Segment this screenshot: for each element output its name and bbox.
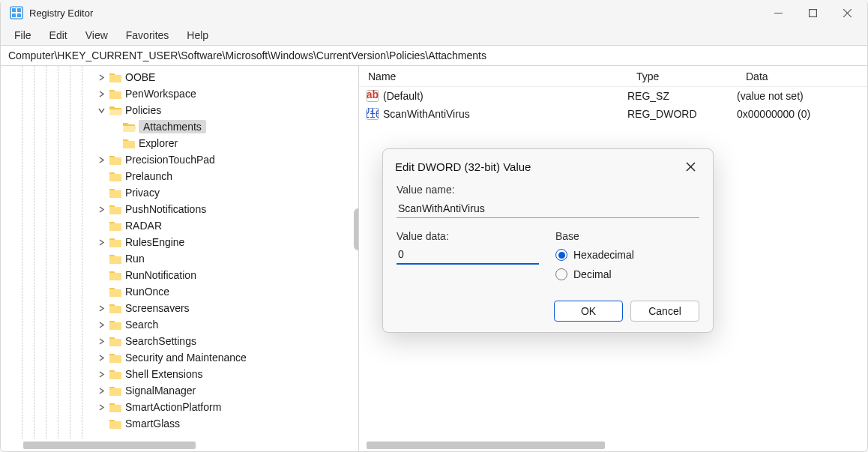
expander-icon[interactable] (95, 335, 107, 347)
folder-icon (109, 169, 122, 183)
value-name-input[interactable] (397, 199, 699, 218)
tree-item-prelaunch[interactable]: Prelaunch (1, 168, 358, 184)
tree-item-run[interactable]: Run (1, 250, 358, 267)
value-data-input[interactable] (397, 245, 539, 265)
list-hscroll[interactable] (367, 442, 843, 449)
tree-item-oobe[interactable]: OOBE (1, 69, 358, 85)
value-row[interactable]: ab(Default)REG_SZ(value not set) (359, 87, 867, 105)
string-value-icon: ab (367, 90, 379, 102)
tree-item-search[interactable]: Search (1, 316, 358, 333)
menu-edit[interactable]: Edit (40, 27, 76, 43)
tree-item-label: PushNotifications (125, 203, 212, 215)
value-type: REG_SZ (627, 90, 737, 102)
folder-open-icon (122, 120, 136, 133)
expander-icon[interactable] (95, 203, 107, 215)
address-bar[interactable]: Computer\HKEY_CURRENT_USER\Software\Micr… (1, 45, 867, 66)
value-type: REG_DWORD (627, 108, 737, 120)
tree-item-signalmanager[interactable]: SignalManager (1, 382, 358, 399)
folder-icon (109, 219, 122, 232)
folder-icon (109, 268, 122, 282)
minimize-button[interactable] (761, 0, 795, 25)
expander-icon[interactable] (95, 368, 107, 380)
expander-none (95, 269, 107, 281)
tree-item-policies[interactable]: Policies (1, 102, 358, 118)
folder-icon (109, 153, 122, 166)
folder-icon (109, 400, 122, 414)
tree-item-pushnotifications[interactable]: PushNotifications (1, 201, 358, 217)
tree-item-screensavers[interactable]: Screensavers (1, 300, 358, 316)
cancel-button[interactable]: Cancel (630, 301, 699, 322)
folder-icon (109, 70, 122, 84)
col-name[interactable]: Name (359, 70, 627, 82)
expander-none (95, 170, 107, 182)
expander-none (109, 121, 121, 133)
tree-item-security-and-maintenance[interactable]: Security and Maintenance (1, 349, 358, 366)
folder-icon (109, 351, 122, 364)
binary-value-icon: 011110 (367, 108, 379, 120)
tree-item-smartglass[interactable]: SmartGlass (1, 415, 358, 432)
menu-favorites[interactable]: Favorites (117, 27, 178, 43)
folder-icon (109, 334, 122, 348)
key-tree[interactable]: OOBEPenWorkspacePoliciesAttachmentsExplo… (1, 66, 359, 452)
window-title: Registry Editor (29, 7, 761, 19)
tree-item-runnotification[interactable]: RunNotification (1, 267, 358, 283)
expander-icon[interactable] (95, 104, 107, 116)
expander-icon[interactable] (95, 236, 107, 248)
menu-file[interactable]: File (5, 27, 40, 43)
tree-item-label: SearchSettings (125, 335, 202, 347)
expander-icon[interactable] (95, 302, 107, 314)
svg-rect-2 (17, 8, 21, 12)
value-name: (Default) (383, 90, 627, 102)
expander-icon[interactable] (95, 401, 107, 413)
tree-item-smartactionplatform[interactable]: SmartActionPlatform (1, 399, 358, 415)
value-row[interactable]: 011110ScanWithAntiVirusREG_DWORD0x000000… (359, 105, 867, 123)
radio-decimal[interactable]: Decimal (555, 265, 699, 284)
maximize-button[interactable] (795, 0, 830, 25)
tree-item-explorer[interactable]: Explorer (1, 135, 358, 151)
tree-hscroll-thumb[interactable] (23, 442, 196, 449)
menu-help[interactable]: Help (178, 27, 217, 43)
folder-icon (109, 202, 122, 216)
svg-rect-6 (809, 9, 816, 16)
radio-dec-label: Decimal (573, 268, 612, 280)
radio-hexadecimal[interactable]: Hexadecimal (555, 245, 699, 265)
expander-icon[interactable] (95, 319, 107, 331)
tree-hscroll[interactable] (8, 442, 338, 449)
tree-item-runonce[interactable]: RunOnce (1, 283, 358, 300)
col-data[interactable]: Data (737, 70, 867, 82)
radio-hex-label: Hexadecimal (573, 249, 634, 261)
tree-item-label: Screensavers (125, 302, 196, 314)
expander-none (95, 286, 107, 298)
expander-icon[interactable] (95, 352, 107, 364)
base-label: Base (555, 230, 699, 242)
ok-button[interactable]: OK (554, 301, 623, 322)
tree-item-privacy[interactable]: Privacy (1, 184, 358, 201)
value-data: 0x00000000 (0) (737, 108, 867, 120)
tree-item-label: PrecisionTouchPad (125, 154, 221, 166)
expander-icon[interactable] (95, 385, 107, 397)
expander-icon[interactable] (95, 88, 107, 100)
tree-item-searchsettings[interactable]: SearchSettings (1, 333, 358, 349)
svg-rect-1 (12, 8, 16, 12)
value-data-label: Value data: (397, 230, 539, 242)
menu-view[interactable]: View (76, 27, 117, 43)
tree-item-label: SignalManager (125, 385, 202, 397)
tree-item-precisiontouchpad[interactable]: PrecisionTouchPad (1, 151, 358, 168)
expander-icon[interactable] (95, 154, 107, 166)
tree-item-label: SmartGlass (125, 418, 186, 430)
list-hscroll-thumb[interactable] (367, 442, 605, 449)
tree-item-attachments[interactable]: Attachments (1, 118, 358, 135)
close-button[interactable] (830, 0, 864, 25)
dialog-close-button[interactable] (680, 156, 701, 177)
tree-item-label: Explorer (139, 137, 184, 149)
tree-item-shell-extensions[interactable]: Shell Extensions (1, 366, 358, 382)
col-type[interactable]: Type (627, 70, 737, 82)
expander-icon[interactable] (95, 71, 107, 83)
folder-icon (109, 301, 122, 315)
tree-item-penworkspace[interactable]: PenWorkspace (1, 85, 358, 102)
tree-item-rulesengine[interactable]: RulesEngine (1, 234, 358, 250)
value-data: (value not set) (737, 90, 867, 102)
folder-icon (109, 285, 122, 298)
tree-item-radar[interactable]: RADAR (1, 217, 358, 234)
tree-scrollbar-thumb[interactable] (354, 208, 359, 250)
